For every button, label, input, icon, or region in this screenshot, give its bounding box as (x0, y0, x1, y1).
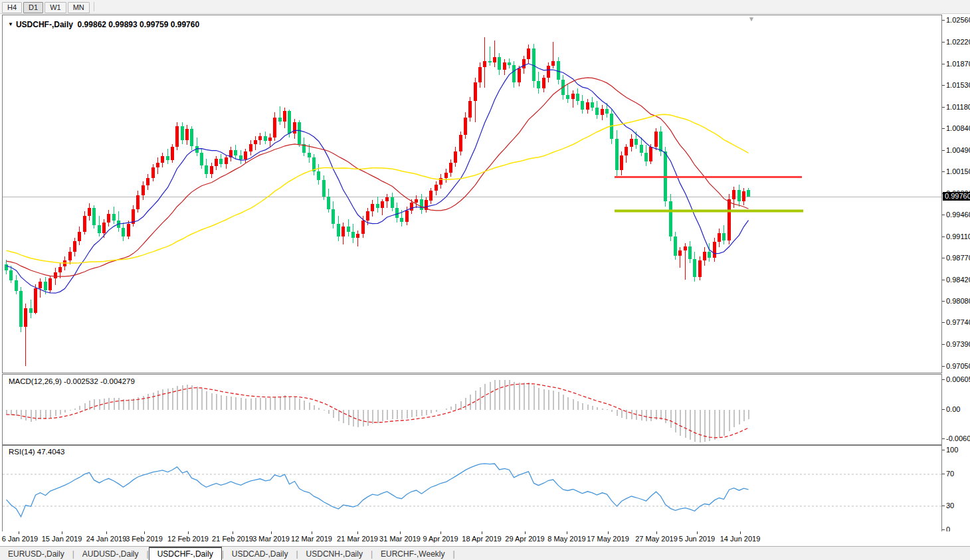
price-chart-panel[interactable] (2, 15, 942, 373)
price-axis-label: 0.98420 (946, 276, 970, 284)
tab-audusd-daily[interactable]: AUDUSD-,Daily (74, 547, 147, 560)
axis-tick (942, 450, 945, 450)
price-axis-label: 1.02560 (946, 16, 970, 24)
date-axis-label: 8 May 2019 (547, 535, 585, 543)
date-axis-label: 3 Feb 2019 (126, 535, 163, 543)
date-axis-label: 12 Feb 2019 (167, 535, 209, 543)
candlestick-chart-canvas[interactable] (3, 15, 941, 373)
price-axis-label: 0.99110 (946, 233, 970, 240)
axis-tick (942, 85, 945, 86)
date-axis-label: 21 Feb 2019 (212, 535, 253, 543)
ma-slow-line (7, 114, 749, 263)
timeframe-button-h4[interactable]: H4 (2, 2, 22, 13)
axis-tick (942, 344, 945, 345)
price-axis-label: 0.98770 (946, 254, 970, 262)
price-axis-label: 1.00840 (946, 124, 970, 132)
axis-tick (942, 529, 945, 530)
rsi-chart-canvas[interactable] (3, 446, 941, 531)
axis-tick (942, 150, 945, 151)
tab-usdcnh-daily[interactable]: USDCNH-,Daily (298, 547, 371, 560)
rsi-indicator-label: RSI(14) 47.4043 (9, 448, 64, 456)
date-tick (656, 531, 657, 534)
axis-tick (942, 107, 945, 108)
axis-tick (942, 301, 945, 302)
current-price-tag: 0.99760 (943, 192, 970, 201)
date-axis-label: 24 Jan 2019 (86, 535, 127, 543)
price-axis-label: 0.97390 (946, 340, 970, 348)
candles (5, 37, 750, 366)
date-axis-label: 17 May 2019 (587, 535, 629, 543)
date-tick (740, 531, 741, 534)
date-axis-label: 14 Jun 2019 (720, 535, 761, 543)
axis-tick (942, 379, 945, 380)
date-tick (567, 531, 567, 534)
chart-shift-marker[interactable]: ▼ (748, 17, 755, 22)
tab-eurchf-weekly[interactable]: EURCHF-,Weekly (373, 547, 452, 560)
date-tick (525, 531, 526, 534)
date-axis-label: 18 Apr 2019 (462, 535, 501, 543)
toolbar-separator (94, 2, 94, 11)
rsi-line (7, 464, 749, 517)
date-axis[interactable]: 6 Jan 201915 Jan 201924 Jan 20193 Feb 20… (0, 531, 970, 545)
date-tick (357, 531, 358, 534)
date-tick (312, 531, 312, 534)
date-tick (62, 531, 62, 534)
date-tick (188, 531, 189, 534)
price-axis-label: 1.00490 (946, 146, 970, 154)
date-tick (608, 531, 609, 534)
date-axis-label: 3 Mar 2019 (252, 535, 290, 543)
axis-tick (942, 280, 945, 280)
tab-usdcad-daily[interactable]: USDCAD-,Daily (224, 547, 296, 560)
tab-usdchf-daily[interactable]: USDCHF-,Daily (149, 547, 222, 560)
date-axis-label: 15 Jan 2019 (42, 535, 82, 543)
price-axis[interactable]: 1.025601.022201.018701.015301.011801.008… (942, 15, 970, 531)
date-axis-label: 5 Jun 2019 (679, 535, 715, 543)
price-axis-label: 1.01870 (946, 60, 970, 68)
mt4-chart-window: H4D1W1MN ▼USDCHF-,Daily 0.99862 0.99893 … (0, 0, 970, 560)
date-tick (440, 531, 441, 534)
macd-axis-max: 0.006058 (946, 375, 970, 383)
rsi-axis-label: 70 (946, 470, 954, 478)
date-tick (144, 531, 145, 534)
axis-tick (942, 474, 945, 474)
price-axis-label: 1.01530 (946, 81, 970, 89)
rsi-axis-label: 30 (946, 502, 954, 510)
date-axis-label: 9 Apr 2019 (423, 535, 458, 543)
macd-indicator-label: MACD(12,26,9) -0.002532 -0.004279 (9, 377, 135, 385)
date-axis-label: 31 Mar 2019 (379, 535, 421, 543)
timeframe-button-d1[interactable]: D1 (23, 2, 43, 13)
macd-axis-min: -0.00609 (946, 434, 970, 442)
symbol-tab-bar: EURUSD-,Daily|AUDUSD-,Daily|USDCHF-,Dail… (0, 546, 970, 560)
price-axis-label: 0.97050 (946, 362, 970, 370)
rsi-panel[interactable] (2, 445, 942, 532)
macd-chart-canvas[interactable] (3, 375, 941, 444)
axis-tick (942, 128, 945, 129)
tab-eurusd-daily[interactable]: EURUSD-,Daily (0, 547, 72, 560)
price-axis-label: 1.00150 (946, 167, 970, 175)
timeframe-toolbar: H4D1W1MN (0, 0, 970, 14)
date-axis-label: 29 Apr 2019 (505, 535, 544, 543)
date-tick (400, 531, 401, 534)
macd-panel[interactable] (2, 374, 942, 445)
axis-tick (942, 236, 945, 237)
macd-axis-zero: 0.00 (946, 405, 960, 413)
date-axis-label: 27 May 2019 (635, 535, 678, 543)
rsi-axis-label: 100 (946, 446, 958, 454)
date-tick (482, 531, 482, 534)
price-axis-label: 0.98080 (946, 297, 970, 305)
axis-tick (942, 64, 945, 64)
price-axis-label: 1.01180 (946, 103, 970, 111)
axis-tick (942, 409, 945, 410)
axis-tick (942, 42, 945, 43)
timeframe-button-mn[interactable]: MN (68, 2, 90, 13)
date-axis-label: 6 Jan 2019 (2, 535, 38, 543)
axis-tick (942, 366, 945, 367)
price-axis-label: 0.99460 (946, 211, 970, 219)
axis-tick (942, 171, 945, 172)
timeframe-button-w1[interactable]: W1 (45, 2, 66, 13)
date-tick (271, 531, 272, 534)
symbol-dropdown-icon[interactable]: ▼ (8, 21, 13, 27)
date-tick (19, 531, 19, 534)
date-tick (106, 531, 107, 534)
axis-tick (942, 322, 945, 323)
